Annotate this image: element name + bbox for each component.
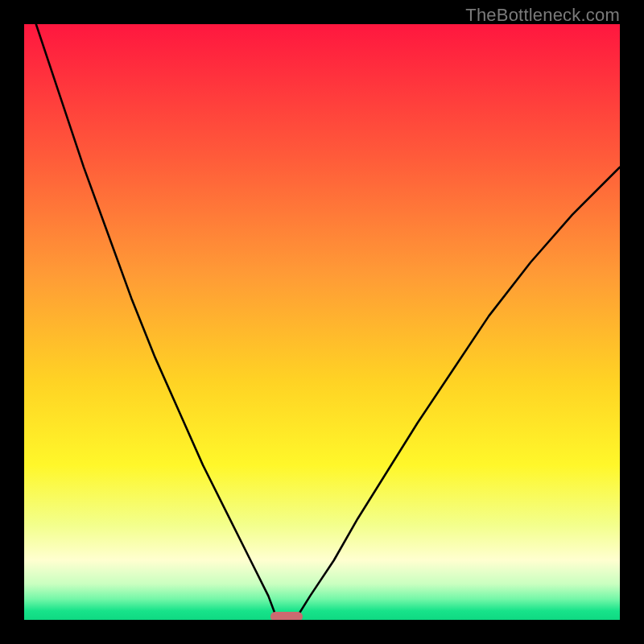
bottleneck-curve — [24, 24, 620, 620]
plot-area — [24, 24, 620, 620]
curve-right-branch — [295, 167, 620, 620]
minimum-marker — [270, 612, 303, 620]
chart-frame: TheBottleneck.com — [0, 0, 644, 644]
curve-left-branch — [36, 24, 278, 620]
watermark-text: TheBottleneck.com — [465, 5, 620, 26]
